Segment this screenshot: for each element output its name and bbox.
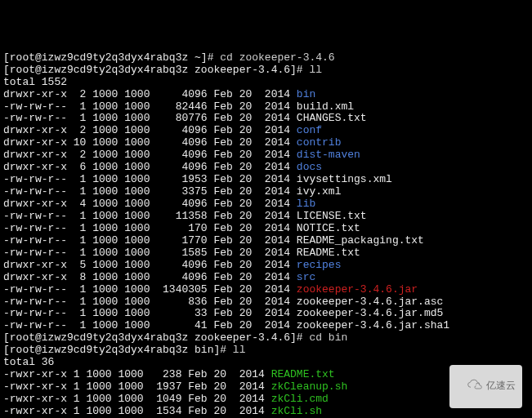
file-name: README.txt — [297, 247, 360, 259]
file-name: zookeeper-3.4.6.jar.sha1 — [297, 319, 449, 331]
cloud-icon — [456, 368, 483, 405]
file-name: recipes — [297, 259, 342, 271]
file-name: ivy.xml — [297, 185, 342, 198]
file-name: zookeeper-3.4.6.jar — [297, 283, 418, 296]
file-name: zookeeper-3.4.6.jar.md5 — [297, 307, 443, 319]
file-entry: drwxr-xr-x 8 1000 1000 4096 Feb 20 2014 … — [3, 272, 529, 284]
file-name: zkCli.sh — [271, 405, 322, 417]
file-name: CHANGES.txt — [297, 112, 367, 124]
file-entry: -rw-rw-r-- 1 1000 1000 1585 Feb 20 2014 … — [3, 247, 529, 260]
file-name: build.xml — [297, 100, 354, 113]
file-entry: drwxr-xr-x 4 1000 1000 4096 Feb 20 2014 … — [3, 198, 529, 211]
terminal-output[interactable]: [root@izwz9cd9ty2q3dyx4rabq3z ~]# cd zoo… — [3, 52, 529, 418]
file-name: ivysettings.xml — [297, 173, 392, 185]
file-entry: -rw-rw-r-- 1 1000 1000 1340305 Feb 20 20… — [3, 284, 529, 296]
file-entry: drwxr-xr-x 2 1000 1000 4096 Feb 20 2014 … — [3, 89, 529, 101]
file-name: zkCleanup.sh — [271, 380, 348, 393]
file-entry: -rw-rw-r-- 1 1000 1000 836 Feb 20 2014 z… — [3, 296, 529, 309]
file-name: README.txt — [271, 368, 335, 380]
file-name: lib — [297, 198, 315, 210]
file-entry: -rw-rw-r-- 1 1000 1000 82446 Feb 20 2014… — [3, 101, 529, 113]
file-name: src — [297, 271, 315, 283]
prompt-line: [root@izwz9cd9ty2q3dyx4rabq3z ~]# cd zoo… — [3, 52, 529, 64]
file-entry: -rwxr-xr-x 1 1000 1000 1534 Feb 20 2014 … — [3, 406, 529, 418]
prompt-line: [root@izwz9cd9ty2q3dyx4rabq3z zookeeper-… — [3, 64, 529, 77]
file-name: docs — [297, 161, 322, 173]
file-name: zookeeper-3.4.6.jar.asc — [297, 296, 443, 308]
file-entry: -rw-rw-r-- 1 1000 1000 1953 Feb 20 2014 … — [3, 174, 529, 186]
file-entry: -rw-rw-r-- 1 1000 1000 170 Feb 20 2014 N… — [3, 223, 529, 235]
file-name: dist-maven — [297, 149, 360, 161]
file-name: LICENSE.txt — [297, 210, 367, 222]
file-name: contrib — [297, 136, 342, 149]
file-name: bin — [297, 88, 315, 100]
watermark: 亿速云 — [449, 365, 522, 408]
watermark-text: 亿速云 — [486, 380, 516, 392]
file-entry: drwxr-xr-x 2 1000 1000 4096 Feb 20 2014 … — [3, 125, 529, 137]
file-entry: drwxr-xr-x 5 1000 1000 4096 Feb 20 2014 … — [3, 260, 529, 272]
file-name: conf — [297, 124, 322, 136]
file-entry: drwxr-xr-x 10 1000 1000 4096 Feb 20 2014… — [3, 137, 529, 149]
prompt-line: [root@izwz9cd9ty2q3dyx4rabq3z bin]# ll — [3, 345, 529, 357]
file-entry: drwxr-xr-x 2 1000 1000 4096 Feb 20 2014 … — [3, 149, 529, 162]
file-entry: -rw-rw-r-- 1 1000 1000 33 Feb 20 2014 zo… — [3, 308, 529, 320]
file-name: zkCli.cmd — [271, 393, 329, 405]
file-entry: -rw-rw-r-- 1 1000 1000 1770 Feb 20 2014 … — [3, 235, 529, 247]
file-entry: drwxr-xr-x 6 1000 1000 4096 Feb 20 2014 … — [3, 162, 529, 174]
file-name: README_packaging.txt — [297, 234, 424, 247]
file-entry: -rw-rw-r-- 1 1000 1000 41 Feb 20 2014 zo… — [3, 320, 529, 332]
file-name: NOTICE.txt — [297, 222, 360, 234]
prompt-line: [root@izwz9cd9ty2q3dyx4rabq3z zookeeper-… — [3, 332, 529, 345]
file-entry: -rw-rw-r-- 1 1000 1000 80776 Feb 20 2014… — [3, 113, 529, 125]
output-line: total 1552 — [3, 77, 529, 89]
file-entry: -rw-rw-r-- 1 1000 1000 11358 Feb 20 2014… — [3, 211, 529, 223]
file-entry: -rw-rw-r-- 1 1000 1000 3375 Feb 20 2014 … — [3, 186, 529, 198]
